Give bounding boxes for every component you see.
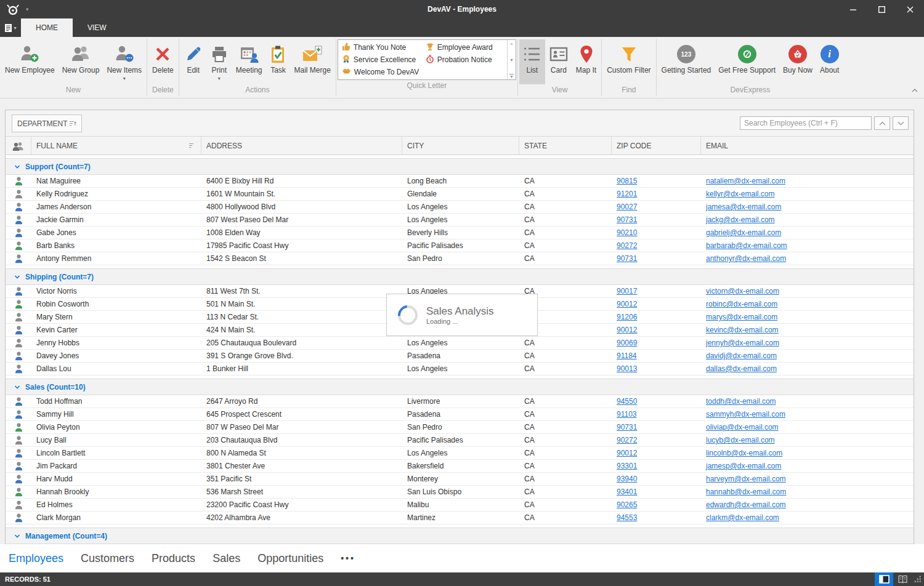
footer-tab-customers[interactable]: Customers — [81, 552, 134, 565]
email-link[interactable]: gabrielj@dx-email.com — [706, 228, 781, 237]
get-free-support-button[interactable]: Get Free Support — [715, 39, 779, 84]
column-header-state[interactable]: STATE — [519, 137, 612, 155]
zip-link[interactable]: 90272 — [617, 241, 637, 250]
column-header-address[interactable]: ADDRESS — [201, 137, 402, 155]
buy-now-button[interactable]: Buy Now — [779, 39, 816, 84]
group-header-row[interactable]: Support (Count=7) — [6, 158, 914, 175]
task-button[interactable]: Task — [265, 39, 290, 84]
tab-home[interactable]: HOME — [21, 18, 73, 37]
zip-link[interactable]: 90012 — [617, 300, 637, 308]
table-row[interactable]: Jim Packard 3801 Chester Ave Bakersfield… — [6, 460, 914, 473]
card-view-button[interactable]: Card — [545, 39, 572, 84]
zip-link[interactable]: 90013 — [617, 364, 637, 373]
quick-letter-thank-you-note[interactable]: Thank You Note — [341, 41, 421, 54]
footer-tab-products[interactable]: Products — [152, 552, 195, 565]
chevron-down-icon[interactable] — [14, 164, 20, 169]
new-group-button[interactable]: New Group — [59, 39, 103, 84]
quick-letter-probation-notice[interactable]: Probation Notice — [424, 54, 505, 66]
email-link[interactable]: kevinc@dx-email.com — [706, 326, 779, 334]
zip-link[interactable]: 91206 — [617, 313, 637, 321]
zip-link[interactable]: 90069 — [617, 339, 637, 347]
meeting-button[interactable]: Meeting — [232, 39, 266, 84]
email-link[interactable]: kellyr@dx-email.com — [706, 190, 775, 198]
about-button[interactable]: i About — [816, 39, 843, 84]
resize-grip[interactable] — [912, 572, 924, 586]
employees-column-icon[interactable] — [6, 137, 31, 155]
table-row[interactable]: Jenny Hobbs 205 Chautauqua Boulevard Los… — [6, 337, 914, 350]
table-row[interactable]: Clark Morgan 4202 Alhambra Ave Martinez … — [6, 512, 914, 524]
zip-link[interactable]: 90731 — [617, 215, 637, 224]
chevron-down-icon[interactable] — [14, 385, 20, 390]
search-next-button[interactable] — [893, 116, 909, 130]
chevron-down-icon[interactable] — [14, 534, 20, 539]
zip-link[interactable]: 90012 — [617, 326, 637, 334]
table-row[interactable]: Davey Jones 391 S Orange Grove Blvd. Pas… — [6, 350, 914, 363]
edit-button[interactable]: Edit — [180, 39, 206, 84]
email-link[interactable]: jamesa@dx-email.com — [706, 203, 781, 211]
group-header-row[interactable]: Management (Count=4) — [6, 528, 914, 544]
email-link[interactable]: robinc@dx-email.com — [706, 300, 777, 308]
email-link[interactable]: oliviap@dx-email.com — [706, 423, 779, 431]
map-it-button[interactable]: Map It — [572, 39, 600, 84]
main-menu-button[interactable]: ▾ — [0, 18, 21, 37]
table-row[interactable]: Olivia Peyton 807 W Paseo Del Mar San Pe… — [6, 421, 914, 434]
email-link[interactable]: harveym@dx-email.com — [706, 475, 786, 483]
table-row[interactable]: Todd Hoffman 2647 Arroyo Rd Livermore CA… — [6, 395, 914, 408]
table-row[interactable]: Gabe Jones 1008 Elden Way Beverly Hills … — [6, 227, 914, 239]
search-previous-button[interactable] — [874, 116, 890, 130]
column-header-zip-code[interactable]: ZIP CODE — [612, 137, 701, 155]
list-view-button[interactable]: List — [519, 39, 545, 84]
zip-link[interactable]: 94553 — [617, 513, 637, 522]
email-link[interactable]: jamesp@dx-email.com — [706, 462, 781, 470]
zip-link[interactable]: 91103 — [617, 410, 636, 419]
delete-button[interactable]: Delete — [148, 39, 177, 84]
footer-tab-sales[interactable]: Sales — [213, 552, 240, 565]
email-link[interactable]: nataliem@dx-email.com — [706, 177, 785, 185]
email-link[interactable]: dallas@dx-email.com — [706, 364, 777, 373]
print-button[interactable]: Print ▾ — [206, 39, 232, 84]
gallery-more-button-icon[interactable]: ▼ — [509, 74, 514, 78]
group-header-row[interactable]: Sales (Count=10) — [6, 379, 914, 395]
table-row[interactable]: Barb Banks 17985 Pacific Coast Hwy Pacif… — [6, 239, 914, 252]
gallery-down-arrow-icon[interactable]: ▼ — [509, 58, 514, 62]
table-row[interactable]: Nat Maguiree 6400 E Bixby Hill Rd Long B… — [6, 175, 914, 188]
table-row[interactable]: Jackie Garmin 807 West Paseo Del Mar Los… — [6, 214, 914, 227]
email-link[interactable]: jackg@dx-email.com — [706, 215, 775, 224]
custom-filter-button[interactable]: Custom Filter — [603, 39, 654, 84]
table-row[interactable]: Hannah Brookly 536 Marsh Street San Luis… — [6, 486, 914, 499]
chevron-down-icon[interactable] — [14, 275, 20, 279]
table-row[interactable]: James Anderson 4800 Hollywood Blvd Los A… — [6, 201, 914, 214]
reading-pane-toggle-button[interactable] — [875, 572, 893, 586]
footer-tab-opportunities[interactable]: Opportunities — [257, 552, 323, 565]
mail-merge-button[interactable]: Mail Merge — [290, 39, 334, 84]
zip-link[interactable]: 91201 — [617, 190, 637, 198]
email-link[interactable]: marys@dx-email.com — [706, 313, 777, 321]
zip-link[interactable]: 90027 — [617, 203, 637, 211]
zip-link[interactable]: 93940 — [617, 475, 637, 483]
zip-link[interactable]: 90815 — [617, 177, 637, 185]
zip-link[interactable]: 90210 — [617, 228, 637, 237]
table-row[interactable]: Kelly Rodriguez 1601 W Mountain St. Glen… — [6, 188, 914, 201]
zip-link[interactable]: 93401 — [617, 488, 637, 496]
table-row[interactable]: Harv Mudd 351 Pacific St Monterey CA 939… — [6, 473, 914, 486]
email-link[interactable]: hannahb@dx-email.com — [706, 488, 786, 496]
email-link[interactable]: jennyh@dx-email.com — [706, 339, 779, 347]
email-link[interactable]: clarkm@dx-email.com — [706, 513, 779, 522]
email-link[interactable]: lucyb@dx-email.com — [706, 436, 775, 444]
zip-link[interactable]: 93301 — [617, 462, 637, 470]
zip-link[interactable]: 90272 — [617, 436, 637, 444]
email-link[interactable]: anthonyr@dx-email.com — [706, 254, 786, 263]
getting-started-button[interactable]: 123 Getting Started — [658, 39, 715, 84]
zip-link[interactable]: 90012 — [617, 449, 637, 457]
email-link[interactable]: sammyh@dx-email.com — [706, 410, 785, 419]
ribbon-collapse-chevron-icon[interactable] — [912, 84, 918, 95]
new-items-button[interactable]: New Items ▾ — [103, 39, 145, 84]
zip-link[interactable]: 90731 — [617, 254, 637, 263]
table-row[interactable]: Antony Remmen 1542 S Beacon St San Pedro… — [6, 252, 914, 265]
reading-view-button[interactable] — [893, 572, 912, 586]
email-link[interactable]: davidj@dx-email.com — [706, 351, 777, 360]
table-row[interactable]: Ed Holmes 23200 Pacific Coast Hwy Malibu… — [6, 499, 914, 512]
minimize-button[interactable] — [839, 0, 867, 18]
email-link[interactable]: toddh@dx-email.com — [706, 397, 776, 406]
zip-link[interactable]: 94550 — [617, 397, 637, 406]
